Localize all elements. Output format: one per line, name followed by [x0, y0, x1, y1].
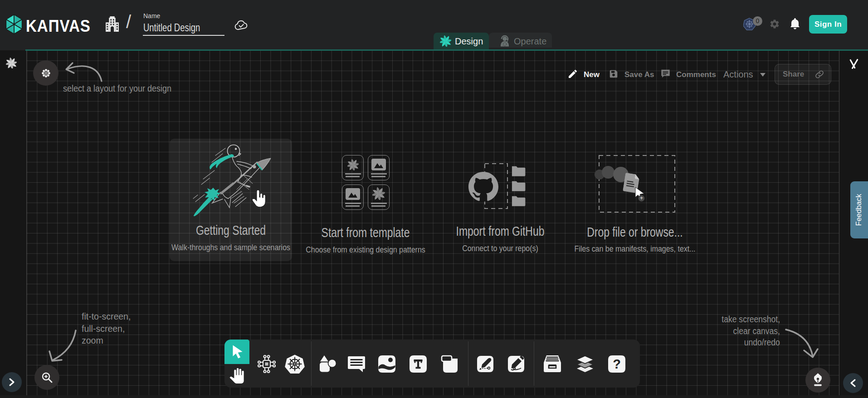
svg-text:?: ?: [613, 357, 621, 371]
